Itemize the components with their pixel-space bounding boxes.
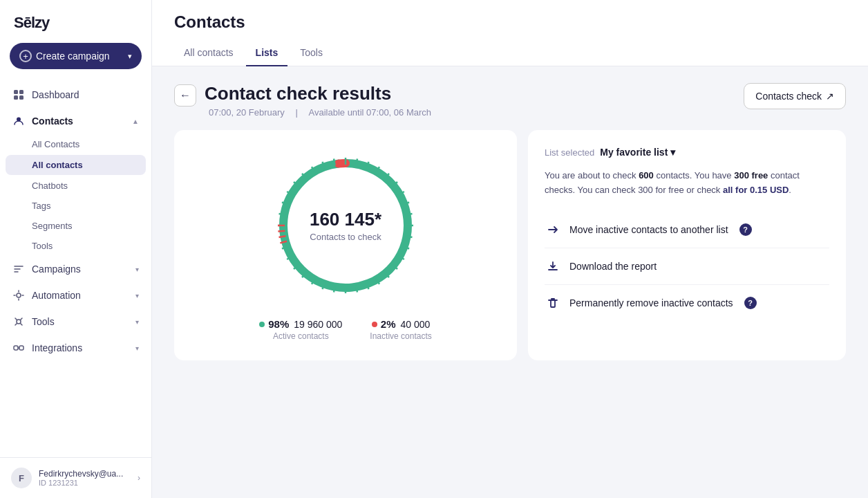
- list-selected-label: List selected: [545, 147, 594, 158]
- svg-rect-0: [14, 90, 18, 94]
- svg-line-31: [406, 236, 413, 237]
- page-title: Contacts: [174, 12, 846, 32]
- tools-icon: [12, 315, 25, 328]
- card-header-row: ← Contact check results 07:00, 20 Februa…: [174, 83, 846, 118]
- inactive-pct: 2%: [381, 318, 396, 330]
- card-title: Contact check results: [205, 83, 435, 104]
- main-content: Contacts All contacts Lists Tools ← Cont…: [152, 0, 868, 498]
- create-campaign-button[interactable]: + Create campaign ▾: [10, 43, 142, 69]
- sidebar-item-tools[interactable]: Tools ▾: [0, 308, 151, 335]
- action-download-label: Download the report: [569, 261, 657, 272]
- sidebar: Sēlzy + Create campaign ▾ Dashboard: [0, 0, 152, 498]
- sidebar-nav: Dashboard Contacts ▲ All Contacts All co…: [0, 82, 151, 457]
- meta-separator: |: [295, 107, 297, 118]
- chevron-down-icon-automation: ▾: [135, 292, 139, 299]
- donut-stats: 98% 19 960 000 Active contacts 2% 40 000…: [259, 318, 432, 341]
- action-remove-inactive[interactable]: Permanently remove inactive contacts ?: [545, 285, 829, 321]
- sidebar-subitem-segments[interactable]: Segments: [0, 216, 151, 236]
- content-area: ← Contact check results 07:00, 20 Februa…: [152, 66, 868, 498]
- tabs: All contacts Lists Tools: [174, 42, 846, 66]
- automation-icon: [12, 289, 25, 302]
- chevron-down-icon-campaigns: ▾: [135, 266, 139, 273]
- sidebar-item-contacts[interactable]: Contacts ▲: [0, 108, 151, 134]
- svg-line-40: [334, 286, 335, 293]
- back-button[interactable]: ←: [174, 84, 196, 107]
- plus-circle-icon: +: [19, 50, 32, 62]
- svg-rect-7: [14, 346, 18, 350]
- list-selected-row: List selected My favorite list ▾: [545, 147, 829, 158]
- avatar: F: [11, 468, 32, 488]
- svg-line-20: [334, 158, 335, 165]
- list-dropdown[interactable]: My favorite list ▾: [600, 147, 675, 158]
- svg-line-49: [278, 231, 285, 232]
- sidebar-item-dashboard[interactable]: Dashboard: [0, 82, 151, 108]
- card-meta: 07:00, 20 February | Available until 07:…: [205, 107, 435, 118]
- two-col-layout: 160 145* Contacts to check 98% 19 960 00…: [174, 130, 846, 360]
- active-pct: 98%: [268, 318, 289, 330]
- action-download-report[interactable]: Download the report: [545, 248, 829, 285]
- sidebar-label-integrations: Integrations: [32, 342, 82, 353]
- tab-tools[interactable]: Tools: [290, 42, 332, 66]
- trash-icon: [545, 295, 561, 311]
- stat-active: 98% 19 960 000 Active contacts: [259, 318, 342, 341]
- active-count: 19 960 000: [294, 319, 342, 330]
- sidebar-item-campaigns[interactable]: Campaigns ▾: [0, 256, 151, 282]
- sidebar-subitem-all-contacts-active[interactable]: All contacts: [6, 155, 146, 175]
- meta-date: 07:00, 20 February: [209, 107, 285, 118]
- right-panel: List selected My favorite list ▾ You are…: [528, 130, 846, 360]
- active-label: Active contacts: [273, 331, 329, 341]
- tab-all-contacts[interactable]: All contacts: [174, 42, 243, 66]
- active-dot: [259, 322, 265, 327]
- info-icon-remove: ?: [744, 297, 757, 309]
- grid-icon: [12, 89, 25, 101]
- logo: Sēlzy: [0, 0, 151, 43]
- stat-inactive: 2% 40 000 Inactive contacts: [370, 318, 431, 341]
- footer-email: Fedirkrychevsky@ua...: [39, 469, 129, 479]
- svg-line-48: [279, 236, 285, 237]
- page-header: Contacts All contacts Lists Tools: [152, 0, 868, 66]
- tab-lists[interactable]: Lists: [246, 42, 288, 66]
- chevron-down-icon-integrations: ▾: [135, 344, 139, 352]
- inactive-label: Inactive contacts: [370, 331, 431, 341]
- list-name: My favorite list: [600, 147, 668, 158]
- donut-number: 160 145*: [310, 209, 381, 230]
- chevron-right-icon: ›: [138, 473, 140, 483]
- action-remove-label: Permanently remove inactive contacts: [569, 297, 733, 308]
- sidebar-label-automation: Automation: [32, 290, 81, 301]
- svg-rect-1: [19, 90, 23, 94]
- chevron-down-icon: ▾: [128, 52, 132, 61]
- integrations-icon: [12, 342, 25, 354]
- action-move-inactive[interactable]: Move inactive contacts to another list ?: [545, 212, 829, 248]
- svg-point-5: [17, 293, 21, 297]
- chevron-up-icon: ▲: [132, 118, 139, 125]
- check-all-link[interactable]: all for 0.15 USD: [723, 185, 789, 195]
- contacts-check-button[interactable]: Contacts check ↗: [744, 83, 846, 109]
- svg-rect-3: [19, 95, 23, 100]
- sidebar-item-integrations[interactable]: Integrations ▾: [0, 335, 151, 361]
- sidebar-label-tools: Tools: [32, 316, 55, 327]
- chevron-down-icon-tools: ▾: [135, 318, 139, 326]
- svg-line-13: [279, 214, 285, 215]
- svg-line-29: [406, 214, 413, 215]
- dropdown-chevron-icon: ▾: [670, 147, 675, 158]
- sidebar-subitem-tags[interactable]: Tags: [0, 196, 151, 216]
- sidebar-label-campaigns: Campaigns: [32, 264, 81, 275]
- sidebar-subitem-all-contacts[interactable]: All Contacts: [0, 134, 151, 154]
- sidebar-footer[interactable]: F Fedirkrychevsky@ua... ID 1231231 ›: [0, 457, 151, 498]
- action-list: Move inactive contacts to another list ?…: [545, 212, 829, 321]
- info-icon-move: ?: [739, 223, 752, 236]
- sidebar-subitem-tools[interactable]: Tools: [0, 236, 151, 256]
- sidebar-label-contacts: Contacts: [32, 116, 73, 127]
- donut-chart: 160 145* Contacts to check: [270, 149, 422, 302]
- sidebar-subitem-chatbots[interactable]: Chatbots: [0, 176, 151, 196]
- footer-id: ID 1231231: [39, 479, 138, 487]
- svg-line-22: [356, 158, 357, 165]
- info-text: You are about to check 600 contacts. You…: [545, 169, 829, 198]
- move-icon: [545, 221, 561, 238]
- svg-line-38: [356, 286, 357, 293]
- inactive-dot: [372, 322, 377, 327]
- campaigns-icon: [12, 263, 25, 275]
- download-icon: [545, 258, 561, 275]
- contacts-icon: [12, 115, 25, 127]
- sidebar-item-automation[interactable]: Automation ▾: [0, 282, 151, 308]
